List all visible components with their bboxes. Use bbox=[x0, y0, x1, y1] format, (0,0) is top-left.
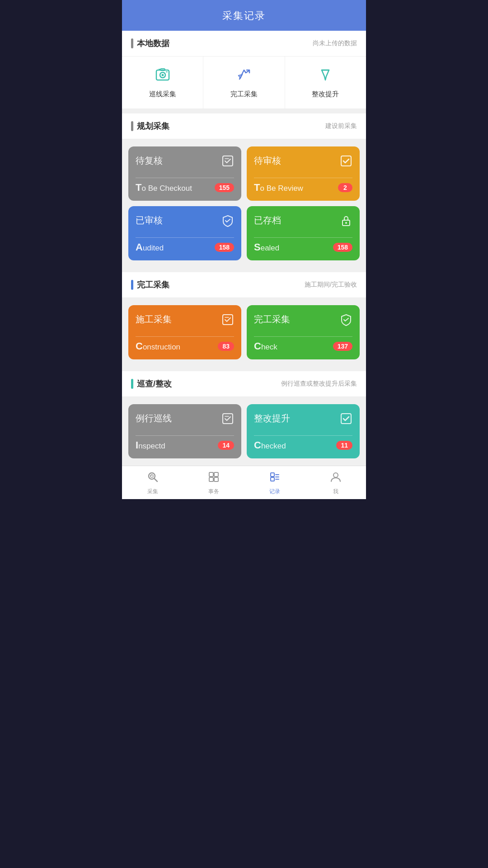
card-bottom-checked: Checked 11 bbox=[254, 435, 352, 451]
card-en-check: Check bbox=[254, 340, 277, 352]
card-checked[interactable]: 整改提升 Checked 11 bbox=[247, 404, 360, 458]
card-check[interactable]: 完工采集 Check 137 bbox=[247, 305, 360, 359]
card-icon-review bbox=[340, 155, 352, 170]
card-construction[interactable]: 施工采集 Construction 83 bbox=[128, 305, 241, 359]
card-badge-construction: 83 bbox=[218, 342, 234, 351]
nav-label-records: 记录 bbox=[269, 488, 280, 495]
card-badge-check: 137 bbox=[333, 342, 352, 351]
section-bar-completion bbox=[131, 280, 133, 290]
card-bottom-audited: Audited 158 bbox=[136, 237, 234, 253]
completion-cards-grid: 施工采集 Construction 83 bbox=[128, 305, 360, 359]
card-en-review: To Be Review bbox=[254, 182, 303, 193]
card-top-checkout: 待复核 bbox=[136, 155, 234, 170]
nav-item-affairs[interactable]: 事务 bbox=[183, 466, 244, 499]
phone-container: 采集记录 本地数据 尚未上传的数据 巡线采集 bbox=[122, 0, 366, 499]
card-badge-checked: 11 bbox=[336, 441, 352, 450]
card-en-inspectd: Inspectd bbox=[136, 439, 165, 451]
patrol-section-sub: 例行巡查或整改提升后采集 bbox=[281, 380, 357, 388]
plan-section-label: 规划采集 bbox=[131, 121, 169, 132]
card-top-construction: 施工采集 bbox=[136, 313, 234, 329]
nav-item-collect[interactable]: 采集 bbox=[122, 466, 183, 499]
card-inspectd[interactable]: 例行巡线 Inspectd 14 bbox=[128, 404, 241, 458]
nav-label-collect: 采集 bbox=[147, 488, 158, 495]
card-icon-check bbox=[340, 313, 352, 329]
svg-rect-20 bbox=[214, 477, 218, 481]
svg-rect-12 bbox=[341, 414, 351, 424]
svg-rect-11 bbox=[223, 414, 233, 424]
completion-cards-section: 施工采集 Construction 83 bbox=[122, 298, 366, 367]
card-en-checked: Checked bbox=[254, 439, 286, 451]
svg-rect-22 bbox=[271, 477, 274, 481]
card-bottom-construction: Construction 83 bbox=[136, 336, 234, 352]
nav-item-me[interactable]: 我 bbox=[305, 466, 366, 499]
card-cn-construction: 施工采集 bbox=[136, 313, 172, 326]
divider2 bbox=[122, 268, 366, 272]
section-bar-plan bbox=[131, 121, 133, 131]
quick-item-rectification[interactable]: 整改提升 bbox=[285, 57, 366, 108]
card-to-be-checkout[interactable]: 待复核 To Be Checkout 155 bbox=[128, 146, 241, 201]
patrol-label: 巡线采集 bbox=[149, 90, 176, 99]
card-cn-checkout: 待复核 bbox=[136, 155, 163, 167]
plan-cards-section: 待复核 To Be Checkout 155 bbox=[122, 139, 366, 268]
card-icon-audited bbox=[221, 214, 234, 230]
card-sealed[interactable]: 已存档 Sealed 158 bbox=[247, 206, 360, 260]
card-en-checkout: To Be Checkout bbox=[136, 182, 192, 193]
card-cn-check: 完工采集 bbox=[254, 313, 290, 326]
card-icon-sealed bbox=[340, 214, 352, 230]
card-to-be-review[interactable]: 待审核 To Be Review 2 bbox=[247, 146, 360, 201]
card-badge-review: 2 bbox=[338, 183, 352, 192]
card-bottom-checkout: To Be Checkout 155 bbox=[136, 178, 234, 193]
nav-item-records[interactable]: 记录 bbox=[244, 466, 305, 499]
section-bar-local bbox=[131, 38, 133, 48]
card-top-review: 待审核 bbox=[254, 155, 352, 170]
divider1 bbox=[122, 109, 366, 113]
svg-rect-17 bbox=[209, 472, 213, 476]
patrol-cards-grid: 例行巡线 Inspectd 14 整改 bbox=[128, 404, 360, 458]
patrol-section-header: 巡查/整改 例行巡查或整改提升后采集 bbox=[122, 371, 366, 397]
card-en-construction: Construction bbox=[136, 340, 180, 352]
card-top-inspectd: 例行巡线 bbox=[136, 412, 234, 428]
card-top-check: 完工采集 bbox=[254, 313, 352, 329]
local-data-sub: 尚未上传的数据 bbox=[313, 39, 357, 47]
svg-point-2 bbox=[161, 74, 164, 76]
rectification-label: 整改提升 bbox=[312, 90, 339, 99]
card-bottom-check: Check 137 bbox=[254, 336, 352, 352]
card-cn-audited: 已审核 bbox=[136, 214, 163, 226]
svg-rect-7 bbox=[341, 156, 351, 166]
card-cn-checked: 整改提升 bbox=[254, 412, 290, 425]
nav-label-affairs: 事务 bbox=[208, 488, 219, 495]
rectification-icon bbox=[317, 66, 333, 86]
card-cn-sealed: 已存档 bbox=[254, 214, 281, 226]
completion-section-sub: 施工期间/完工验收 bbox=[305, 281, 357, 289]
card-icon-inspectd bbox=[221, 412, 234, 428]
svg-point-26 bbox=[333, 473, 338, 477]
completion-section-label: 完工采集 bbox=[131, 279, 169, 290]
card-bottom-sealed: Sealed 158 bbox=[254, 237, 352, 253]
card-badge-audited: 158 bbox=[215, 243, 234, 252]
card-bottom-review: To Be Review 2 bbox=[254, 178, 352, 193]
card-top-sealed: 已存档 bbox=[254, 214, 352, 230]
card-icon-checked bbox=[340, 412, 352, 428]
card-icon-construction bbox=[221, 313, 234, 329]
svg-rect-21 bbox=[271, 473, 274, 476]
plan-section-sub: 建设前采集 bbox=[325, 122, 357, 130]
local-data-section: 本地数据 尚未上传的数据 bbox=[122, 31, 366, 57]
card-cn-review: 待审核 bbox=[254, 155, 281, 167]
section-bar-patrol bbox=[131, 379, 133, 389]
card-en-audited: Audited bbox=[136, 241, 164, 253]
quick-item-patrol[interactable]: 巡线采集 bbox=[122, 57, 203, 108]
svg-rect-18 bbox=[214, 472, 218, 476]
patrol-icon bbox=[155, 66, 171, 86]
completion-section-header: 完工采集 施工期间/完工验收 bbox=[122, 272, 366, 298]
card-audited[interactable]: 已审核 Audited 158 bbox=[128, 206, 241, 260]
completion-label: 完工采集 bbox=[230, 90, 258, 99]
nav-label-me: 我 bbox=[333, 488, 338, 495]
card-badge-sealed: 158 bbox=[333, 243, 352, 252]
card-icon-checkout bbox=[221, 155, 234, 170]
svg-point-9 bbox=[345, 222, 347, 224]
card-top-checked: 整改提升 bbox=[254, 412, 352, 428]
card-badge-checkout: 155 bbox=[215, 183, 234, 192]
quick-item-completion[interactable]: 完工采集 bbox=[203, 57, 285, 108]
plan-cards-grid: 待复核 To Be Checkout 155 bbox=[128, 146, 360, 260]
svg-rect-19 bbox=[209, 477, 213, 481]
